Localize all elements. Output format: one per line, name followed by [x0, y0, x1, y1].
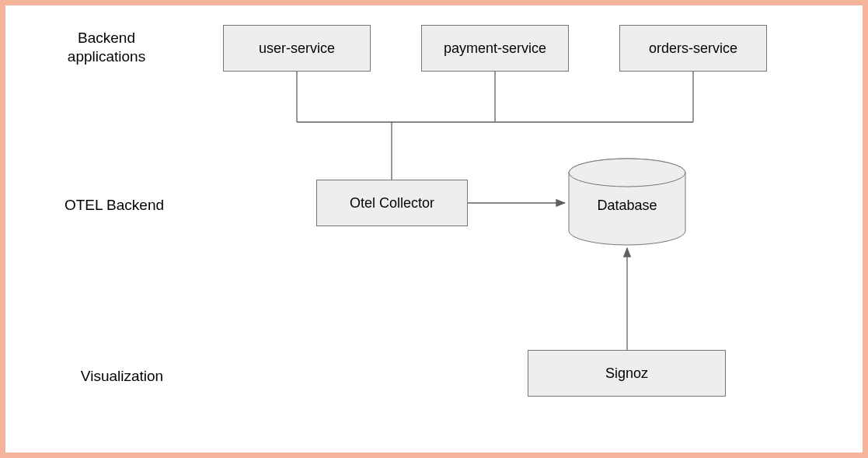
node-signoz-label: Signoz — [605, 365, 648, 382]
diagram-frame: Backend applications OTEL Backend Visual… — [0, 0, 868, 458]
row-label-backend-apps: Backend applications — [52, 29, 161, 66]
node-database-label: Database — [596, 198, 658, 214]
node-orders-service-label: orders-service — [649, 40, 737, 57]
row-label-otel-backend: OTEL Backend — [52, 196, 176, 215]
node-orders-service: orders-service — [619, 25, 767, 72]
node-user-service: user-service — [223, 25, 371, 72]
svg-point-1 — [569, 159, 685, 187]
node-payment-service-label: payment-service — [444, 40, 546, 57]
svg-point-0 — [569, 159, 685, 187]
connectors-svg — [5, 5, 863, 453]
row-label-visualization: Visualization — [60, 367, 184, 386]
node-user-service-label: user-service — [259, 40, 335, 57]
node-otel-collector: Otel Collector — [316, 180, 468, 226]
diagram-canvas: Backend applications OTEL Backend Visual… — [5, 5, 863, 453]
node-signoz: Signoz — [528, 350, 726, 397]
node-payment-service: payment-service — [421, 25, 569, 72]
node-otel-collector-label: Otel Collector — [350, 195, 434, 212]
